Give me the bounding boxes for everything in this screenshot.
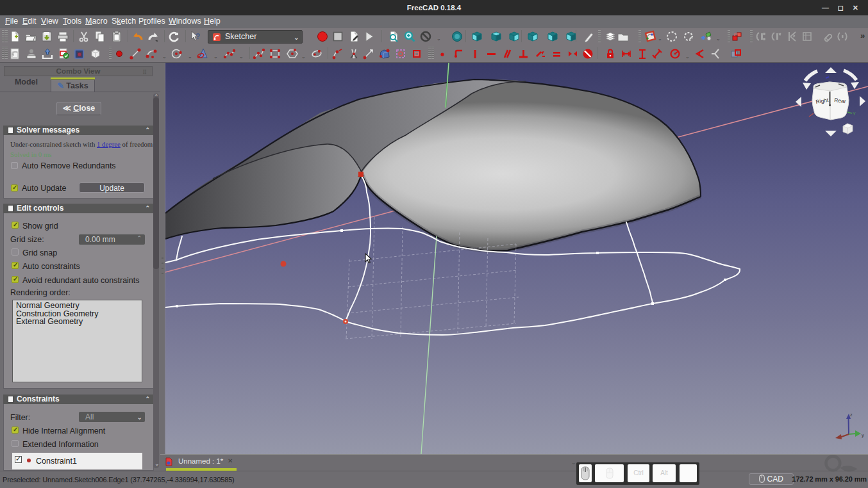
svg-text:z: z bbox=[850, 412, 853, 418]
svg-text:?: ? bbox=[196, 32, 200, 41]
svg-text:Y: Y bbox=[853, 111, 856, 116]
svg-text:y: y bbox=[862, 432, 864, 438]
